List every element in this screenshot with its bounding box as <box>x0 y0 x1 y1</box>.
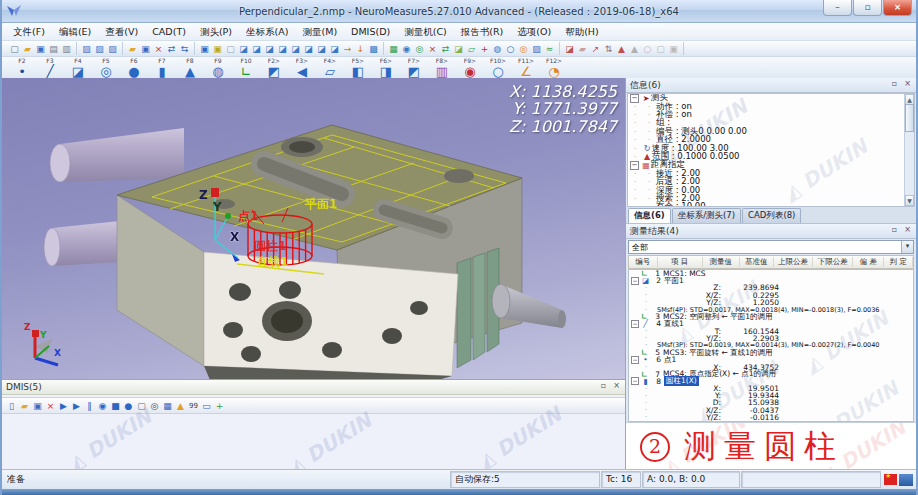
copy-program-icon[interactable]: ▨ <box>93 43 106 55</box>
open-file-icon[interactable]: ▰ <box>21 43 34 55</box>
cad-point-icon[interactable]: ◉ <box>400 43 413 55</box>
tab-2[interactable]: 坐标系/测头(7) <box>672 208 741 223</box>
cad-add-icon[interactable]: + <box>478 43 491 55</box>
open-project-icon[interactable]: ▰ <box>126 43 139 55</box>
minimize-button[interactable]: – <box>823 0 852 16</box>
results-column-1[interactable]: 编号 <box>629 257 658 267</box>
cad-align-icon[interactable]: ▦ <box>387 43 400 55</box>
window-gray-icon[interactable]: ▢ <box>224 43 237 55</box>
view-top-icon[interactable]: ◪ <box>250 43 263 55</box>
toolbar-measure-point[interactable]: F2• <box>8 57 36 80</box>
view-front-icon[interactable]: ◪ <box>263 43 276 55</box>
cad-mesh-icon[interactable]: ▨ <box>530 43 543 55</box>
save-file-icon[interactable]: ▣ <box>34 43 47 55</box>
info-close-button[interactable]: × <box>902 79 913 90</box>
tab-3[interactable]: CAD列表(8) <box>742 208 801 223</box>
export-icon[interactable]: ⇆ <box>178 43 191 55</box>
toolbar-measure-circle[interactable]: F5◎ <box>92 57 120 80</box>
results-panel-header[interactable]: 测量结果(4) ▫ × <box>626 224 916 239</box>
dmis-panel-header[interactable]: DMIS(5) ▫ × <box>2 380 625 395</box>
save-project-icon[interactable]: ▣ <box>139 43 152 55</box>
probe-move-icon[interactable]: ▰ <box>576 43 589 55</box>
dmis-settings-icon[interactable]: + <box>213 400 226 412</box>
zoom-window-icon[interactable]: ▩ <box>367 43 380 55</box>
row-expander[interactable]: − <box>631 356 639 364</box>
tab-1[interactable]: 信息(6) <box>628 208 671 223</box>
toolbar-measure-sphere-stack[interactable]: F9◍ <box>204 57 232 80</box>
view-right-icon[interactable]: ◪ <box>289 43 302 55</box>
menu-item-12[interactable]: 帮助(H) <box>558 24 606 40</box>
view-rotate-icon[interactable]: ◪ <box>328 43 341 55</box>
menu-item-10[interactable]: 报告书(R) <box>454 24 511 40</box>
dmis-run-from-icon[interactable]: ▶ <box>70 400 83 412</box>
toolbar-measure-arc-angle[interactable]: F12>◔ <box>540 57 568 80</box>
dmis-view-code-icon[interactable]: ▢ <box>135 400 148 412</box>
cad-delete-icon[interactable]: × <box>426 43 439 55</box>
toolbar-measure-plane[interactable]: F4◪ <box>64 57 92 80</box>
info-tree-scrollbar[interactable]: ▲ ▼ <box>904 94 914 206</box>
menu-item-9[interactable]: 测量机(C) <box>397 24 454 40</box>
toolbar-measure-sphere[interactable]: F6● <box>120 57 148 80</box>
dmis-step-icon[interactable]: ◉ <box>96 400 109 412</box>
cad-surface-icon[interactable]: ▱ <box>465 43 478 55</box>
toolbar-construct-offset-plane[interactable]: F6>◨ <box>372 57 400 80</box>
toolbar-construct-pierce[interactable]: F3>◀ <box>288 57 316 80</box>
toolbar-construct-midplane[interactable]: F5>◧ <box>344 57 372 80</box>
tree-expander[interactable]: − <box>630 94 639 103</box>
toolbar-construct-angle-plane[interactable]: F7>◩ <box>400 57 428 80</box>
window-blue-icon[interactable]: ▣ <box>198 43 211 55</box>
menu-item-3[interactable]: 查看(V) <box>98 24 145 40</box>
results-column-6[interactable]: 下限公差 <box>813 257 853 267</box>
results-column-4[interactable]: 基准值 <box>740 257 774 267</box>
menu-item-11[interactable]: 选项(O) <box>510 24 558 40</box>
rotate-cw-icon[interactable]: → <box>341 43 354 55</box>
info-dock-button[interactable]: ▫ <box>889 79 900 90</box>
viewport-3d[interactable]: X: 1138.4255 Y: 1771.3977 Z: 1001.7847 Z… <box>2 78 625 379</box>
dropdown-arrow-icon[interactable]: ▾ <box>901 241 913 253</box>
results-column-5[interactable]: 上限公差 <box>774 257 814 267</box>
cad-swap-icon[interactable]: ⇄ <box>439 43 452 55</box>
dmis-grid-icon[interactable]: ▦ <box>161 400 174 412</box>
results-column-2[interactable]: 项 目 <box>658 257 703 267</box>
probe-up-icon[interactable]: ↗ <box>589 43 602 55</box>
view-bottom-icon[interactable]: ◪ <box>315 43 328 55</box>
toolbar-construct-ring[interactable]: F10>○ <box>484 57 512 80</box>
view-left-icon[interactable]: ◪ <box>276 43 289 55</box>
menu-item-1[interactable]: 文件(F) <box>6 24 52 40</box>
results-filter-dropdown[interactable]: 全部 ▾ <box>628 240 914 254</box>
results-column-7[interactable]: 偏 差 <box>853 257 884 267</box>
row-expander[interactable]: − <box>631 277 639 285</box>
cad-plane-icon[interactable]: ◪ <box>452 43 465 55</box>
dmis-monitor-icon[interactable]: ▭ <box>200 400 213 412</box>
toolbar-construct-intersect[interactable]: F8>▥ <box>428 57 456 80</box>
tree-expander[interactable]: − <box>630 161 639 170</box>
print-icon[interactable]: ▤ <box>47 43 60 55</box>
ime-icon[interactable] <box>899 474 913 486</box>
dmis-pause-icon[interactable]: ‖ <box>83 400 96 412</box>
close-project-icon[interactable]: × <box>152 43 165 55</box>
title-bar[interactable]: Perpendicular_2.nmp - NeuroMeasure5.27.0… <box>2 0 916 23</box>
paste-icon[interactable]: ▨ <box>106 43 119 55</box>
menu-item-6[interactable]: 坐标系(A) <box>239 24 295 40</box>
tree-row[interactable]: ··有余 : 10.00 <box>628 203 914 207</box>
menu-item-7[interactable]: 测量(M) <box>295 24 344 40</box>
menu-item-5[interactable]: 测头(P) <box>193 24 239 40</box>
cad-target-icon[interactable]: ◎ <box>413 43 426 55</box>
results-dock-button[interactable]: ▫ <box>889 225 900 236</box>
info-panel-header[interactable]: 信息(6) ▫ × <box>626 78 916 93</box>
restore-button[interactable]: ▫ <box>853 0 882 16</box>
row-expander[interactable]: − <box>631 320 639 328</box>
print-preview-icon[interactable]: ▥ <box>60 43 73 55</box>
import-icon[interactable]: ⇄ <box>165 43 178 55</box>
tool-disabled-2-icon[interactable]: ▢ <box>654 43 667 55</box>
cad-circle-icon[interactable]: ○ <box>504 43 517 55</box>
toolbar-coordinate-system[interactable]: F10∟ <box>232 57 260 80</box>
row-expander[interactable]: − <box>631 377 639 385</box>
view-back-icon[interactable]: ◪ <box>302 43 315 55</box>
probe-cal-icon[interactable]: ◪ <box>563 43 576 55</box>
menu-item-8[interactable]: DMIS(D) <box>344 24 397 40</box>
tree-row[interactable]: ··补偿 : on <box>628 111 914 119</box>
toolbar-measure-cone[interactable]: F8▲ <box>176 57 204 80</box>
menu-item-2[interactable]: 编辑(E) <box>52 24 98 40</box>
probe-a-icon[interactable]: ▲ <box>615 43 628 55</box>
